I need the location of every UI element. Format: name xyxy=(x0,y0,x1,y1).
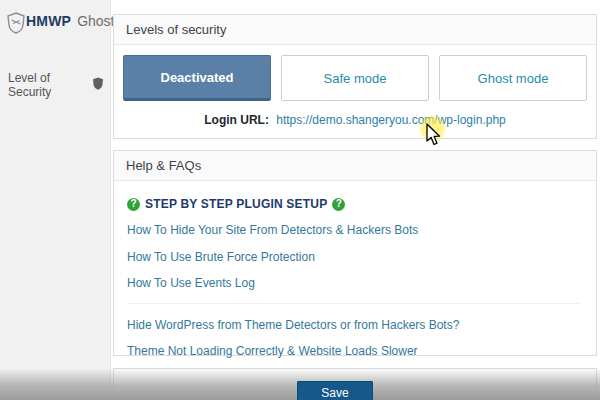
safe-mode-button[interactable]: Safe mode xyxy=(281,55,429,101)
login-url-row: Login URL: https://demo.shangeryou.com/w… xyxy=(114,101,596,127)
help-link-hide-wordpress[interactable]: Hide WordPress from Theme Detectors or f… xyxy=(127,316,580,335)
divider xyxy=(127,303,580,304)
login-url-label: Login URL: xyxy=(204,113,269,127)
question-mark-icon: ? xyxy=(127,198,140,211)
shield-icon xyxy=(92,77,104,93)
sidebar-item-label: Level of Security xyxy=(8,71,87,99)
panel-title: Help & FAQs xyxy=(114,151,596,181)
shield-logo-icon xyxy=(5,11,27,39)
ghost-mode-button[interactable]: Ghost mode xyxy=(439,55,587,101)
save-button[interactable]: Save xyxy=(297,381,373,400)
help-link-brute-force[interactable]: How To Use Brute Force Protection xyxy=(127,248,580,267)
panel-title: Levels of security xyxy=(114,15,596,45)
help-faqs-panel: Help & FAQs ? STEP BY STEP PLUGIN SETUP … xyxy=(113,150,597,356)
sidebar-item-level-of-security[interactable]: Level of Security xyxy=(0,65,110,105)
setup-heading: STEP BY STEP PLUGIN SETUP xyxy=(145,197,327,211)
brand-suffix: Ghost xyxy=(77,13,114,29)
login-url-link[interactable]: https://demo.shangeryou.com/wp-login.php xyxy=(276,113,505,127)
security-mode-row: Deactivated Safe mode Ghost mode xyxy=(114,45,596,101)
help-link-events-log[interactable]: How To Use Events Log xyxy=(127,274,580,293)
levels-of-security-panel: Levels of security Deactivated Safe mode… xyxy=(113,14,597,139)
help-link-hide-site[interactable]: How To Hide Your Site From Detectors & H… xyxy=(127,221,580,240)
deactivated-mode-button[interactable]: Deactivated xyxy=(123,55,271,101)
help-link-theme-not-loading[interactable]: Theme Not Loading Correctly & Website Lo… xyxy=(127,342,580,361)
brand-name: HMWP xyxy=(26,13,71,29)
setup-heading-row[interactable]: ? STEP BY STEP PLUGIN SETUP ? xyxy=(127,197,580,211)
sidebar: HMWP Ghost Level of Security xyxy=(0,0,111,400)
question-mark-icon: ? xyxy=(332,198,345,211)
brand-logo[interactable]: HMWP Ghost xyxy=(0,0,110,39)
